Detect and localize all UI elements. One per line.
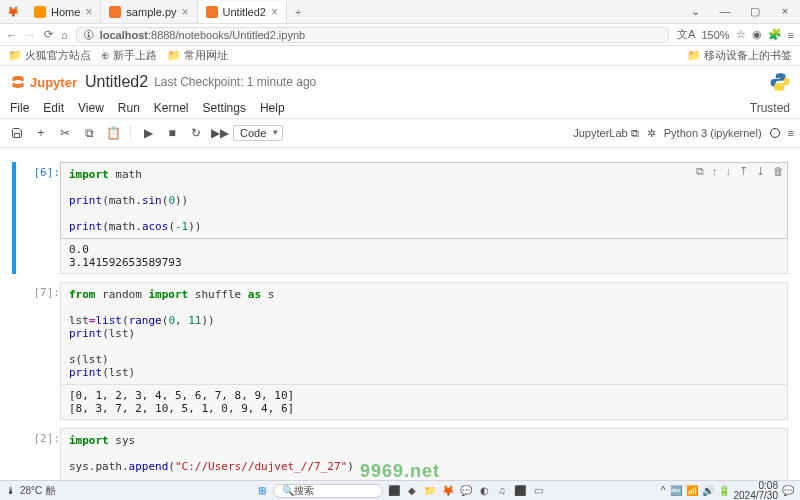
insert-above-icon[interactable]: ⤒ <box>739 165 748 178</box>
browser-menu-icon[interactable]: ≡ <box>788 29 794 41</box>
start-button[interactable]: ⊞ <box>255 484 269 498</box>
bookmark-item[interactable]: 📁 常用网址 <box>167 48 228 63</box>
move-up-icon[interactable]: ↑ <box>712 165 718 178</box>
bookmark-bar: 📁 火狐官方站点 ⊕ 新手上路 📁 常用网址 📁 移动设备上的书签 <box>0 46 800 66</box>
reload-icon[interactable]: ⟳ <box>44 28 53 41</box>
steam-icon[interactable]: ◐ <box>477 484 491 498</box>
weather-widget[interactable]: 🌡 28°C 酷 <box>6 484 56 498</box>
browser-tab-samplepy[interactable]: sample.py × <box>101 1 197 23</box>
windows-taskbar[interactable]: 🌡 28°C 酷 ⊞ 🔍 搜索 ⬛ ◆ 📁 🦊 💬 ◐ ♫ ⬛ ▭ ^ 🔤 📶 … <box>0 480 800 500</box>
wifi-icon[interactable]: 📶 <box>686 485 698 496</box>
tab-label: sample.py <box>126 6 176 18</box>
cell-actions: ⧉ ↑ ↓ ⤒ ⤓ 🗑 <box>696 165 784 178</box>
menu-edit[interactable]: Edit <box>43 101 64 115</box>
url-path: :8888/notebooks/Untitled2.ipynb <box>148 29 305 41</box>
browser-tab-untitled2[interactable]: Untitled2 × <box>198 1 287 23</box>
menu-kernel[interactable]: Kernel <box>154 101 189 115</box>
bookmark-star-icon[interactable]: ☆ <box>736 28 746 41</box>
jupyter-favicon <box>109 6 121 18</box>
menu-view[interactable]: View <box>78 101 104 115</box>
code-editor[interactable]: from random import shuffle as s lst=list… <box>60 282 788 385</box>
browser-tab-bar: 🦊 Home × sample.py × Untitled2 × + ⌄ ― ▢… <box>0 0 800 24</box>
move-down-icon[interactable]: ↓ <box>726 165 732 178</box>
taskbar-app-icon[interactable]: ⬛ <box>387 484 401 498</box>
kernel-settings-icon[interactable]: ✲ <box>647 127 656 140</box>
delete-cell-icon[interactable]: 🗑 <box>773 165 784 178</box>
code-editor[interactable]: import math print(math.sin(0)) print(mat… <box>60 162 788 239</box>
duplicate-cell-icon[interactable]: ⧉ <box>696 165 704 178</box>
home-favicon <box>34 6 46 18</box>
code-editor[interactable]: import sys sys.path.append("C://Users//d… <box>60 428 788 484</box>
notifications-icon[interactable]: 💬 <box>782 485 794 496</box>
cut-button[interactable]: ✂ <box>54 122 76 144</box>
extensions-icon[interactable]: 🧩 <box>768 28 782 41</box>
taskbar-app-icon[interactable]: ◆ <box>405 484 419 498</box>
taskbar-app-icon[interactable]: ▭ <box>531 484 545 498</box>
address-bar-row: ← → ⟳ ⌂ 🛈 localhost:8888/notebooks/Untit… <box>0 24 800 46</box>
battery-icon[interactable]: 🔋 <box>718 485 730 496</box>
kernel-name[interactable]: Python 3 (ipykernel) <box>664 127 762 139</box>
weather-label: 酷 <box>46 484 56 498</box>
paste-button[interactable]: 📋 <box>102 122 124 144</box>
tray-icon[interactable]: 🔤 <box>670 485 682 496</box>
close-window-icon[interactable]: × <box>770 5 800 18</box>
save-button[interactable] <box>6 122 28 144</box>
new-tab-button[interactable]: + <box>287 6 309 18</box>
nav-back-icon[interactable]: ← <box>6 29 17 41</box>
home-icon[interactable]: ⌂ <box>61 29 68 41</box>
tray-chevron-icon[interactable]: ^ <box>661 485 666 496</box>
cell-prompt: [7]: <box>26 282 60 420</box>
cell-6[interactable]: [6]: import math print(math.sin(0)) prin… <box>12 162 788 274</box>
close-icon[interactable]: × <box>182 5 189 19</box>
zoom-level[interactable]: 150% <box>701 29 729 41</box>
bookmark-item[interactable]: 📁 火狐官方站点 <box>8 48 91 63</box>
lock-icon: 🛈 <box>83 29 94 41</box>
bookmark-item[interactable]: ⊕ 新手上路 <box>101 48 157 63</box>
menu-file[interactable]: File <box>10 101 29 115</box>
menu-settings[interactable]: Settings <box>203 101 246 115</box>
cell-output: 0.0 3.141592653589793 <box>60 239 788 274</box>
cell-prompt: [2]: <box>26 428 60 484</box>
cell-2[interactable]: [2]: import sys sys.path.append("C://Use… <box>12 428 788 484</box>
bookmark-item[interactable]: 📁 移动设备上的书签 <box>687 48 792 63</box>
menu-run[interactable]: Run <box>118 101 140 115</box>
taskbar-app-icon[interactable]: 🦊 <box>441 484 455 498</box>
cell-output: [0, 1, 2, 3, 4, 5, 6, 7, 8, 9, 10] [8, 3… <box>60 385 788 420</box>
jupyter-logo[interactable]: Jupyter <box>10 74 77 90</box>
file-explorer-icon[interactable]: 📁 <box>423 484 437 498</box>
taskbar-search[interactable]: 🔍 搜索 <box>273 484 383 498</box>
kernel-status-icon <box>770 128 780 138</box>
account-icon[interactable]: ◉ <box>752 28 762 41</box>
insert-below-icon[interactable]: ⤓ <box>756 165 765 178</box>
checkpoint-text: Last Checkpoint: 1 minute ago <box>154 75 316 89</box>
restart-button[interactable]: ↻ <box>185 122 207 144</box>
stop-button[interactable]: ■ <box>161 122 183 144</box>
nav-forward-icon[interactable]: → <box>25 29 36 41</box>
copy-button[interactable]: ⧉ <box>78 122 100 144</box>
volume-icon[interactable]: 🔊 <box>702 485 714 496</box>
dropdown-icon[interactable]: ⌄ <box>680 5 710 18</box>
active-cell-indicator <box>12 162 16 274</box>
close-icon[interactable]: × <box>85 5 92 19</box>
taskbar-app-icon[interactable]: ♫ <box>495 484 509 498</box>
cell-7[interactable]: [7]: from random import shuffle as s lst… <box>12 282 788 420</box>
jupyterlab-link[interactable]: JupyterLab ⧉ <box>573 127 639 140</box>
menu-help[interactable]: Help <box>260 101 285 115</box>
address-bar[interactable]: 🛈 localhost:8888/notebooks/Untitled2.ipy… <box>76 27 669 43</box>
add-cell-button[interactable]: + <box>30 122 52 144</box>
minimize-icon[interactable]: ― <box>710 5 740 18</box>
taskbar-app-icon[interactable]: ⬛ <box>513 484 527 498</box>
run-button[interactable]: ▶ <box>137 122 159 144</box>
close-icon[interactable]: × <box>271 5 278 19</box>
tab-label: Home <box>51 6 80 18</box>
translate-icon[interactable]: 文A <box>677 27 695 42</box>
clock[interactable]: 0:08 2024/7/30 <box>734 481 779 501</box>
maximize-icon[interactable]: ▢ <box>740 5 770 18</box>
debugger-icon[interactable]: ≡ <box>788 127 794 139</box>
taskbar-app-icon[interactable]: 💬 <box>459 484 473 498</box>
restart-run-all-button[interactable]: ▶▶ <box>209 122 231 144</box>
browser-tab-home[interactable]: Home × <box>26 1 101 23</box>
trusted-indicator[interactable]: Trusted <box>750 101 790 115</box>
cell-type-select[interactable]: Code <box>233 125 283 141</box>
notebook-title[interactable]: Untitled2 <box>85 73 148 91</box>
